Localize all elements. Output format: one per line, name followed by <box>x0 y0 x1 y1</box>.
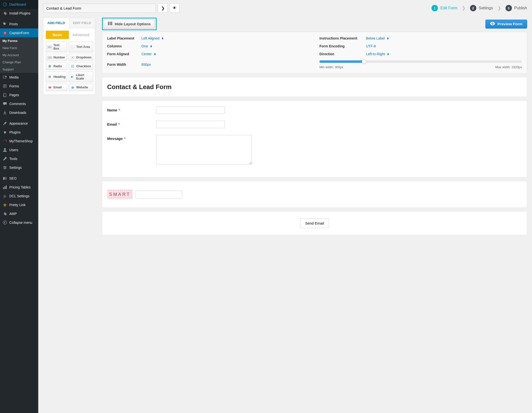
sidebar-sub-my-forms[interactable]: My Forms <box>0 37 38 44</box>
svg-rect-19 <box>108 24 110 25</box>
sidebar-item-install-plugins[interactable]: Install Plugins <box>0 9 38 18</box>
width-slider[interactable] <box>319 60 522 63</box>
preview-icon-button[interactable]: 👁 <box>170 3 179 13</box>
sidebar-item-forms[interactable]: Forms <box>0 82 38 91</box>
sidebar-item-media[interactable]: Media <box>0 73 38 82</box>
name-input[interactable] <box>156 107 225 114</box>
gear-icon <box>2 211 7 216</box>
instructions-select[interactable]: Below Label▲▼ <box>366 36 389 40</box>
encoding-value[interactable]: UTF-8 <box>366 44 376 48</box>
required-asterisk: * <box>124 137 125 141</box>
sidebar-item-dashboard[interactable]: Dashboard <box>0 0 38 9</box>
field-type-text-area[interactable]: Text Area <box>69 41 93 52</box>
field-type-checkbox[interactable]: ✓Checkbox <box>69 63 93 70</box>
step-label: Edit Form <box>440 6 457 10</box>
direction-select[interactable]: Left-to-Right▲▼ <box>366 52 389 56</box>
field-type-likert-scale[interactable]: ◉○Likert Scale <box>69 71 93 82</box>
field-label: Message* <box>107 135 151 141</box>
seo-icon <box>2 176 7 181</box>
svg-point-5 <box>4 148 6 150</box>
eye-icon <box>490 22 495 26</box>
field-type-website[interactable]: ⊕Website <box>69 84 93 91</box>
sidebar-label: Pages <box>9 93 19 97</box>
captain-icon: ▽ <box>2 30 7 35</box>
tab-edit-field[interactable]: EDIT FIELD <box>69 18 95 28</box>
layout-options-panel: Label Placement Left Aligned▲▼ Instructi… <box>102 32 527 74</box>
subtab-advanced[interactable]: Advanced <box>69 31 92 39</box>
columns-select[interactable]: One▲▼ <box>141 44 152 48</box>
form-title-panel: Contact & Lead Form <box>102 77 527 97</box>
sidebar-item-plugins[interactable]: Plugins <box>0 128 38 137</box>
sidebar-label: Users <box>9 148 18 152</box>
star-icon <box>2 202 7 207</box>
sidebar-sub-change-plan[interactable]: Change Plan <box>0 59 38 66</box>
form-aligned-select[interactable]: Center▲▼ <box>141 52 156 56</box>
sidebar-item-posts[interactable]: Posts <box>0 20 38 28</box>
sidebar-label: CaptainForm <box>9 31 29 35</box>
sidebar-item-comments[interactable]: Comments <box>0 99 38 108</box>
sidebar-label: AMP <box>9 212 17 216</box>
form-heading: Contact & Lead Form <box>107 83 522 91</box>
sidebar-sub-my-account[interactable]: My Account <box>0 52 38 59</box>
step-publish[interactable]: 3Publish <box>506 5 527 11</box>
plug-icon <box>2 130 7 135</box>
sidebar-item-dcl-settings[interactable]: jsDCL Settings <box>0 192 38 200</box>
field-type-label: Radio <box>53 65 62 68</box>
wrench-icon <box>2 156 7 161</box>
form-width-row: Form Width 650px <box>107 60 310 69</box>
sidebar-item-appearance[interactable]: Appearance <box>0 119 38 128</box>
sort-icon: ▲▼ <box>387 53 389 55</box>
columns-row: Columns One▲▼ <box>107 44 310 48</box>
sidebar-item-mythemeshop[interactable]: MyThemeShop <box>0 137 38 146</box>
field-panel: ADD FIELDEDIT FIELD BasicAdvanced abcTex… <box>43 18 95 95</box>
step-edit-form[interactable]: 1Edit Form <box>431 5 457 11</box>
sidebar-sub-new-form[interactable]: New Form <box>0 44 38 52</box>
field-type-radio[interactable]: Radio <box>46 63 67 70</box>
sidebar-item-pretty-link[interactable]: Pretty Link <box>0 200 38 209</box>
field-type-number[interactable]: 123Number <box>46 54 67 61</box>
main-content: ❯ 👁 1Edit Form❯2Settings❯3Publish ADD FI… <box>38 0 532 413</box>
form-title-input[interactable] <box>43 4 156 13</box>
step-settings[interactable]: 2Settings <box>470 5 493 11</box>
tab-add-field[interactable]: ADD FIELD <box>43 18 69 28</box>
subtab-basic[interactable]: Basic <box>46 31 69 39</box>
form-width-value[interactable]: 650px <box>141 63 151 67</box>
submit-panel: Send Email <box>102 211 527 235</box>
sidebar-item-collapse-menu[interactable]: Collapse menu <box>0 218 38 227</box>
field-type-dropdown[interactable]: ▼Dropdown <box>69 54 93 61</box>
sidebar-item-pricing-tables[interactable]: Pricing Tables <box>0 183 38 192</box>
svg-rect-12 <box>4 186 5 189</box>
field-type-heading[interactable]: HHeading <box>46 71 67 82</box>
svg-rect-15 <box>108 22 110 23</box>
sidebar-label: DCL Settings <box>9 194 29 198</box>
field-type-text-box[interactable]: abcText Box <box>46 41 67 52</box>
dd-icon: ▼ <box>70 56 75 59</box>
sidebar-item-users[interactable]: Users <box>0 146 38 154</box>
form-field-message: Message* <box>107 135 522 164</box>
step-number: 1 <box>431 5 438 11</box>
message-input[interactable] <box>156 135 252 164</box>
preview-form-button[interactable]: Preview Form <box>485 20 527 28</box>
captcha-input[interactable] <box>136 190 182 199</box>
forward-button[interactable]: ❯ <box>158 3 168 13</box>
sidebar-sub-support[interactable]: Support <box>0 66 38 73</box>
sidebar-item-pages[interactable]: Pages <box>0 91 38 99</box>
preview-form-label: Preview Form <box>497 22 522 26</box>
bars-icon <box>2 185 7 190</box>
eye-icon: 👁 <box>173 6 177 10</box>
sidebar-item-downloads[interactable]: Downloads <box>0 108 38 117</box>
sidebar-item-seo[interactable]: SEO <box>0 174 38 183</box>
slider-thumb[interactable] <box>362 59 366 64</box>
step-nav: 1Edit Form❯2Settings❯3Publish <box>431 5 527 11</box>
send-email-button[interactable]: Send Email <box>300 218 329 228</box>
sidebar-item-captainform[interactable]: ▽CaptainForm <box>0 28 38 37</box>
sidebar-item-amp[interactable]: AMP <box>0 209 38 218</box>
layout-label: Direction <box>319 52 366 56</box>
field-type-email[interactable]: ✉Email <box>46 84 67 91</box>
email-input[interactable] <box>156 121 225 128</box>
label-placement-select[interactable]: Left Aligned▲▼ <box>141 36 164 40</box>
topbar: ❯ 👁 1Edit Form❯2Settings❯3Publish <box>43 3 527 13</box>
sidebar-item-settings[interactable]: Settings <box>0 163 38 172</box>
sidebar-item-tools[interactable]: Tools <box>0 154 38 163</box>
hide-layout-button[interactable]: Hide Layout Options <box>104 19 155 28</box>
